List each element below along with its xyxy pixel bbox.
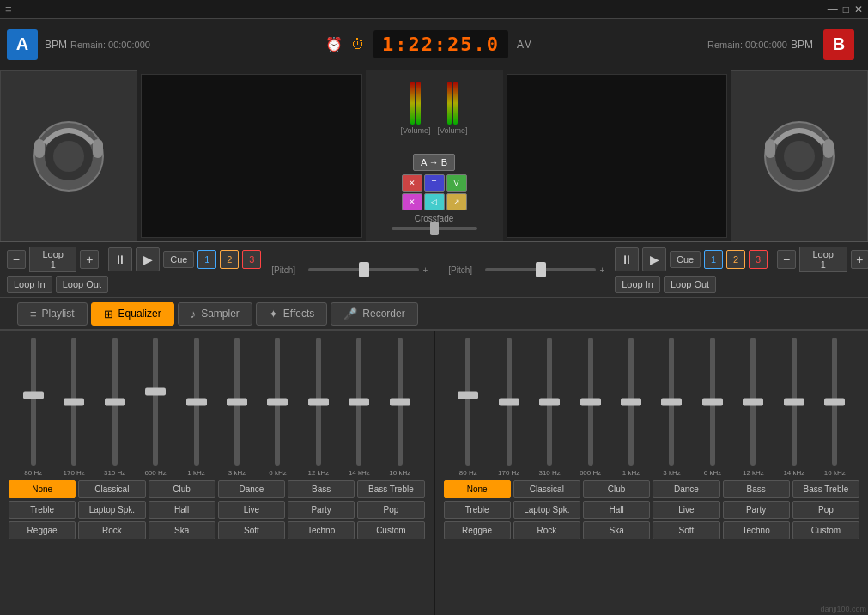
tab-effects[interactable]: ✦ Effects xyxy=(256,302,327,326)
right-num1-button[interactable]: 1 xyxy=(704,250,723,269)
preset-btn-none[interactable]: None xyxy=(444,480,511,498)
fx-v-button[interactable]: V xyxy=(446,174,467,192)
eq-handle-9[interactable] xyxy=(390,398,410,405)
preset-btn-pop[interactable]: Pop xyxy=(357,501,424,519)
eq-handle-8[interactable] xyxy=(349,398,369,405)
left-loopout-button[interactable]: Loop Out xyxy=(56,276,108,293)
eq-handle-7[interactable] xyxy=(743,398,763,405)
eq-handle-5[interactable] xyxy=(661,398,682,405)
eq-track-9[interactable] xyxy=(832,338,837,466)
fx-arr-button[interactable]: ↗ xyxy=(446,193,467,210)
eq-handle-8[interactable] xyxy=(784,398,804,405)
preset-btn-live[interactable]: Live xyxy=(218,501,285,519)
eq-handle-0[interactable] xyxy=(23,392,44,399)
eq-handle-2[interactable] xyxy=(105,398,125,405)
eq-track-7[interactable] xyxy=(750,338,756,466)
eq-track-2[interactable] xyxy=(112,338,118,466)
right-pitch-slider[interactable] xyxy=(485,268,596,271)
preset-btn-custom[interactable]: Custom xyxy=(792,521,859,539)
maximize-button[interactable]: □ xyxy=(843,3,849,15)
preset-btn-none[interactable]: None xyxy=(9,480,76,498)
fx-x-button[interactable]: ✕ xyxy=(402,174,422,192)
right-minus-button[interactable]: − xyxy=(777,250,796,269)
eq-track-4[interactable] xyxy=(194,338,199,466)
left-loopin-button[interactable]: Loop In xyxy=(7,276,52,293)
left-cue-button[interactable]: Cue xyxy=(163,251,194,268)
left-pitch-slider[interactable] xyxy=(308,268,419,271)
preset-btn-techno[interactable]: Techno xyxy=(288,521,355,539)
eq-handle-6[interactable] xyxy=(702,398,723,405)
preset-btn-live[interactable]: Live xyxy=(653,501,719,519)
eq-track-7[interactable] xyxy=(316,338,321,466)
preset-btn-rock[interactable]: Rock xyxy=(78,521,145,539)
preset-btn-club[interactable]: Club xyxy=(583,480,650,498)
preset-btn-ska[interactable]: Ska xyxy=(149,521,215,539)
left-num3-button[interactable]: 3 xyxy=(242,250,261,269)
fx-t-button[interactable]: T xyxy=(424,174,445,192)
eq-handle-3[interactable] xyxy=(580,398,601,405)
preset-btn-reggae[interactable]: Reggae xyxy=(444,521,511,539)
eq-track-5[interactable] xyxy=(669,338,674,466)
preset-btn-bass[interactable]: Bass xyxy=(723,480,790,498)
right-pause-button[interactable]: ⏸ xyxy=(615,247,639,271)
preset-btn-club[interactable]: Club xyxy=(149,480,215,498)
preset-btn-bass-treble[interactable]: Bass Treble xyxy=(357,480,424,498)
eq-handle-1[interactable] xyxy=(64,398,84,405)
tab-playlist[interactable]: ≡ Playlist xyxy=(17,302,88,326)
right-num2-button[interactable]: 2 xyxy=(726,250,745,269)
eq-track-0[interactable] xyxy=(31,338,36,466)
eq-track-6[interactable] xyxy=(275,338,280,466)
eq-handle-0[interactable] xyxy=(458,392,478,399)
eq-track-8[interactable] xyxy=(792,338,797,466)
tab-sampler[interactable]: ♪ Sampler xyxy=(178,302,252,326)
preset-btn-classical[interactable]: Classical xyxy=(513,480,580,498)
preset-btn-treble[interactable]: Treble xyxy=(9,501,76,519)
right-play-button[interactable]: ▶ xyxy=(642,247,666,271)
right-loopout-button[interactable]: Loop Out xyxy=(664,276,716,293)
preset-btn-ska[interactable]: Ska xyxy=(583,521,650,539)
menu-icon[interactable]: ≡ xyxy=(5,3,12,15)
preset-btn-techno[interactable]: Techno xyxy=(723,521,790,539)
eq-track-1[interactable] xyxy=(71,338,76,466)
eq-handle-4[interactable] xyxy=(186,398,207,405)
preset-btn-custom[interactable]: Custom xyxy=(357,521,424,539)
eq-handle-4[interactable] xyxy=(621,398,641,405)
right-cue-button[interactable]: Cue xyxy=(670,251,701,268)
preset-btn-bass-treble[interactable]: Bass Treble xyxy=(792,480,859,498)
left-num2-button[interactable]: 2 xyxy=(220,250,239,269)
preset-btn-laptop-spk.[interactable]: Laptop Spk. xyxy=(513,501,580,519)
fx-k-button[interactable]: ✕ xyxy=(402,193,422,210)
preset-btn-hall[interactable]: Hall xyxy=(583,501,650,519)
eq-track-3[interactable] xyxy=(153,338,158,466)
preset-btn-soft[interactable]: Soft xyxy=(653,521,719,539)
left-num1-button[interactable]: 1 xyxy=(197,250,216,269)
eq-track-3[interactable] xyxy=(588,338,593,466)
preset-btn-rock[interactable]: Rock xyxy=(513,521,580,539)
eq-handle-7[interactable] xyxy=(308,398,329,405)
right-loopin-button[interactable]: Loop In xyxy=(615,276,660,293)
eq-handle-9[interactable] xyxy=(824,398,845,405)
preset-btn-hall[interactable]: Hall xyxy=(149,501,215,519)
preset-btn-bass[interactable]: Bass xyxy=(288,480,355,498)
eq-track-0[interactable] xyxy=(465,338,470,466)
close-button[interactable]: ✕ xyxy=(854,3,863,15)
tab-equalizer[interactable]: ⊞ Equalizer xyxy=(91,302,174,326)
preset-btn-soft[interactable]: Soft xyxy=(218,521,285,539)
right-waveform[interactable] xyxy=(507,74,728,238)
preset-btn-party[interactable]: Party xyxy=(723,501,790,519)
fx-tri-button[interactable]: ◁ xyxy=(424,193,445,210)
eq-handle-3[interactable] xyxy=(145,387,166,395)
tab-recorder[interactable]: 🎤 Recorder xyxy=(331,302,417,326)
eq-track-8[interactable] xyxy=(356,338,361,466)
eq-handle-5[interactable] xyxy=(227,398,247,405)
preset-btn-reggae[interactable]: Reggae xyxy=(9,521,76,539)
preset-btn-dance[interactable]: Dance xyxy=(653,480,719,498)
preset-btn-classical[interactable]: Classical xyxy=(78,480,145,498)
eq-handle-2[interactable] xyxy=(539,398,560,405)
clock-icon[interactable]: ⏰ xyxy=(325,36,343,52)
right-num3-button[interactable]: 3 xyxy=(749,250,768,269)
left-play-button[interactable]: ▶ xyxy=(136,247,160,271)
eq-track-2[interactable] xyxy=(547,338,552,466)
preset-btn-treble[interactable]: Treble xyxy=(444,501,511,519)
right-plus-button[interactable]: + xyxy=(851,250,869,269)
